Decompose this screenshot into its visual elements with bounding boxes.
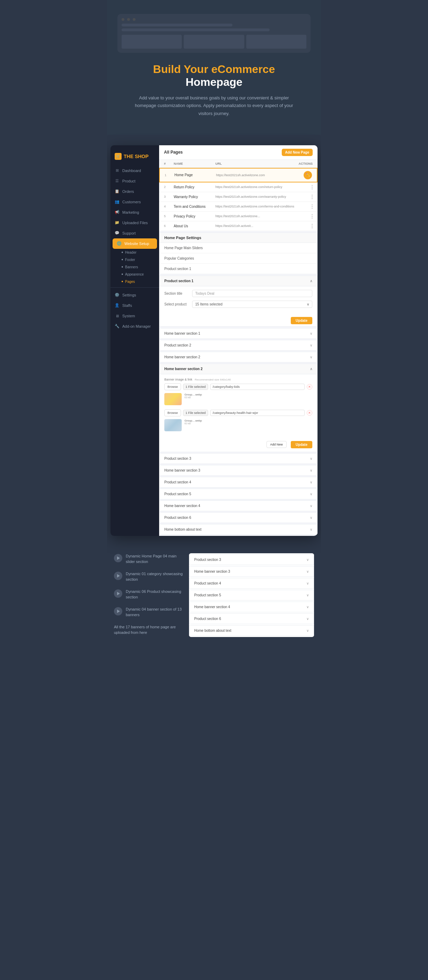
header-label: Header xyxy=(125,251,137,255)
row-num: 5 xyxy=(164,215,174,218)
section-product-3[interactable]: Product section 3 ∨ xyxy=(159,453,318,464)
sidebar-sub-header[interactable]: Header xyxy=(118,249,159,256)
sidebar-item-customers[interactable]: 👥 Customers xyxy=(110,197,159,207)
section-product-2[interactable]: Product section 2 ∨ xyxy=(159,340,318,351)
section-title-row: Section title Todays Deal xyxy=(164,290,312,297)
file-name-2: Group....webp xyxy=(185,419,202,422)
remove-button-1[interactable]: ✕ xyxy=(307,384,312,390)
banner-section-2-header[interactable]: Home banner section 2 ∧ xyxy=(159,364,317,374)
table-row[interactable]: 5 Privacy Policy https://test2021sh.acti… xyxy=(159,212,318,221)
right-section-product-4[interactable]: Product section 4 ∨ xyxy=(189,578,314,589)
right-section-product-5[interactable]: Product section 5 ∨ xyxy=(189,590,314,600)
file-size-2: 60 kB xyxy=(185,422,202,425)
browser-mockup xyxy=(118,14,310,53)
section-product-6[interactable]: Product section 6 ∨ xyxy=(159,512,318,523)
staffs-icon: 👤 xyxy=(115,303,119,308)
dots-button[interactable] xyxy=(312,224,313,228)
chevron-down-icon: ∨ xyxy=(306,570,309,573)
section-title-input[interactable]: Todays Deal xyxy=(192,290,312,297)
product-section-1-body: Section title Todays Deal Select product… xyxy=(159,286,317,315)
right-section-product-3[interactable]: Product section 3 ∨ xyxy=(189,554,314,565)
banner-footer: Add New Update xyxy=(159,439,317,452)
banner-label: Banner image & link Recommended size 640… xyxy=(164,378,312,381)
right-section-home-banner-3[interactable]: Home banner section 3 ∨ xyxy=(189,566,314,577)
sidebar-item-settings[interactable]: ⚙️ Settings xyxy=(110,290,159,300)
browse-button-2[interactable]: Browse xyxy=(164,409,181,416)
sidebar-item-website-setup[interactable]: 🌐 Website Setup xyxy=(113,239,157,249)
select-product-row: Select product 15 Items selected ∨ xyxy=(164,301,312,308)
sidebar-item-product[interactable]: ☰ Product xyxy=(110,176,159,186)
dots-button[interactable] xyxy=(312,204,313,209)
browser-line-1 xyxy=(122,24,232,26)
browser-dot-1 xyxy=(122,18,124,21)
dots-button[interactable] xyxy=(312,185,313,189)
settings-item-categories[interactable]: Popular Categories xyxy=(159,253,317,264)
table-row[interactable]: 6 About Us https://test2021sh.activeit..… xyxy=(159,221,318,231)
sidebar-item-orders[interactable]: 📋 Orders xyxy=(110,186,159,197)
sidebar-sub-footer[interactable]: Footer xyxy=(118,256,159,263)
sidebar: 🛒 THE SHOP ⊞ Dashboard ☰ Product 📋 Order… xyxy=(110,145,159,536)
dots-button[interactable] xyxy=(312,214,313,219)
sidebar-item-label: Customers xyxy=(122,200,141,204)
row-name: Term and Conditions xyxy=(174,205,215,208)
settings-item-product-section-1[interactable]: Product section 1 xyxy=(159,264,317,274)
section-label: Product section 5 xyxy=(164,492,191,496)
sidebar-item-addon[interactable]: 🔧 Add-on Manager xyxy=(110,321,159,331)
info-text-1: Dynamic Home Page 04 main slider section xyxy=(126,553,183,565)
section-label: Product section 2 xyxy=(164,344,191,347)
section-label: Product section 3 xyxy=(164,457,191,460)
sidebar-item-marketing[interactable]: 📢 Marketing xyxy=(110,207,159,218)
chevron-down-icon: ∨ xyxy=(310,516,312,520)
sidebar-item-staffs[interactable]: 👤 Staffs xyxy=(110,300,159,311)
file-path-2[interactable]: /category/beauty-health-hair-wjxr xyxy=(210,410,305,416)
dashboard-wrapper: 🛒 THE SHOP ⊞ Dashboard ☰ Product 📋 Order… xyxy=(110,145,318,536)
info-text-2: Dynamic 01 category showcasing section xyxy=(126,571,183,582)
add-new-banner-button[interactable]: Add New xyxy=(266,441,287,448)
info-left: Dynamic Home Page 04 main slider section… xyxy=(114,553,183,637)
sidebar-sub-appearence[interactable]: Appearence xyxy=(118,271,159,278)
sidebar-item-label: Marketing xyxy=(122,210,139,215)
browser-grid-1 xyxy=(122,35,182,49)
sidebar-item-support[interactable]: 💬 Support xyxy=(110,228,159,239)
add-new-page-button[interactable]: Add New Page xyxy=(282,149,313,156)
select-product-dropdown[interactable]: 15 Items selected ∨ xyxy=(192,301,312,308)
table-row[interactable]: 2 Return Policy https://test2021sh.activ… xyxy=(159,183,318,192)
remove-button-2[interactable]: ✕ xyxy=(307,410,312,416)
file-thumbnail-2 xyxy=(164,419,182,431)
sidebar-item-uploaded-files[interactable]: 📁 Uploaded Files xyxy=(110,218,159,228)
sidebar-item-system[interactable]: 🖥 System xyxy=(110,311,159,321)
support-icon: 💬 xyxy=(115,231,119,235)
sidebar-item-dashboard[interactable]: ⊞ Dashboard xyxy=(110,165,159,176)
banner-update-button[interactable]: Update xyxy=(291,441,312,448)
sidebar-sub-pages[interactable]: Pages xyxy=(118,278,159,285)
sidebar-item-label: System xyxy=(122,314,135,318)
table-header: # Name URL Actions xyxy=(159,160,318,168)
section-home-bottom-about[interactable]: Home bottom about text ∨ xyxy=(159,524,318,535)
play-icon-3 xyxy=(114,589,122,598)
right-section-product-6[interactable]: Product section 6 ∨ xyxy=(189,613,314,624)
file-path-1[interactable]: /category/baby-kids xyxy=(210,383,305,390)
right-section-home-banner-4[interactable]: Home banner section 4 ∨ xyxy=(189,601,314,612)
section-home-banner-2-collapsed[interactable]: Home banner section 2 ∨ xyxy=(159,352,318,363)
row-name: About Us xyxy=(174,224,215,228)
right-section-home-bottom[interactable]: Home bottom about text ∨ xyxy=(189,625,314,636)
browse-button-1[interactable]: Browse xyxy=(164,383,181,390)
product-section-1-header[interactable]: Product section 1 ∧ xyxy=(159,276,317,286)
row-url: https://test2021sh.activeitzone... xyxy=(215,215,312,218)
section-product-5[interactable]: Product section 5 ∨ xyxy=(159,488,318,500)
edit-button[interactable]: ✏️ xyxy=(304,171,312,179)
settings-item-sliders[interactable]: Home Page Main Sliders xyxy=(159,243,317,253)
section-home-banner-4[interactable]: Home banner section 4 ∨ xyxy=(159,500,318,511)
table-row[interactable]: 3 Warranty Policy https://test2021sh.act… xyxy=(159,192,318,202)
update-button[interactable]: Update xyxy=(291,317,312,324)
section-home-banner-1[interactable]: Home banner section 1 ∨ xyxy=(159,328,318,339)
dots-button[interactable] xyxy=(312,195,313,199)
table-row[interactable]: 1 Home Page https://test2021sh.activeitz… xyxy=(159,168,318,183)
sidebar-logo: 🛒 THE SHOP xyxy=(110,150,159,165)
table-row[interactable]: 4 Term and Conditions https://test2021sh… xyxy=(159,202,318,212)
section-home-banner-3[interactable]: Home banner section 3 ∨ xyxy=(159,465,318,476)
section-product-4[interactable]: Product section 4 ∨ xyxy=(159,477,318,488)
sidebar-sub-banners[interactable]: Banners xyxy=(118,263,159,271)
row-url: https://test2021sh.activeitzone.com/retu… xyxy=(215,185,312,189)
info-item-3: Dynamic 06 Product showcasing section xyxy=(114,589,183,600)
